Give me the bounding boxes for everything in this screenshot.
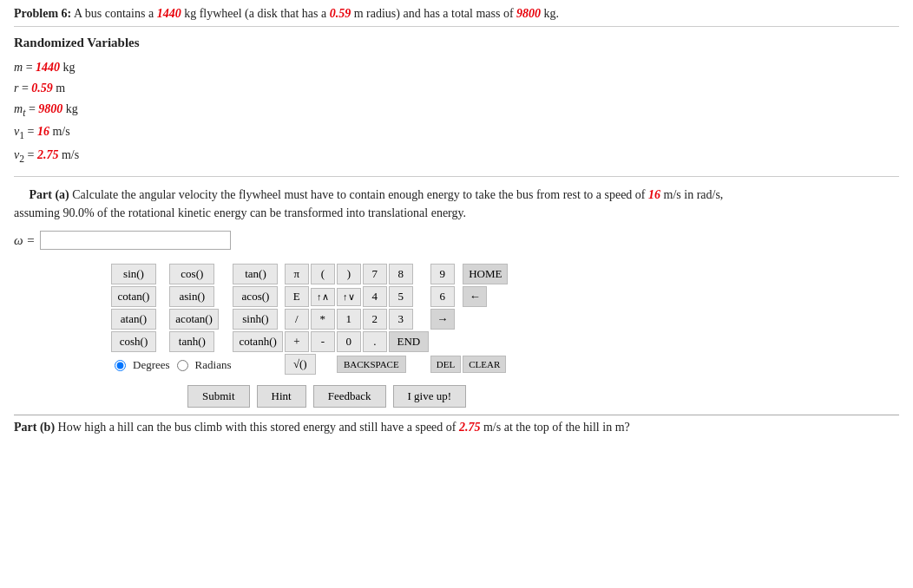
part-a-desc: Calculate the angular velocity the flywh…	[69, 188, 648, 201]
part-b-section: Part (b) How high a hill can the bus cli…	[14, 415, 899, 434]
submit-button[interactable]: Submit	[187, 385, 250, 408]
page: Problem 6: A bus contains a 1440 kg flyw…	[0, 0, 913, 588]
part-a-speed: 16	[648, 188, 660, 201]
btn-0[interactable]: 0	[337, 331, 361, 352]
var-v1: v1 = 16 m/s	[14, 121, 899, 145]
btn-cosh[interactable]: cosh()	[111, 331, 156, 352]
part-a-text3: assuming 90.0% of the rotational kinetic…	[14, 206, 466, 219]
calculator: sin() cos() tan() π ( ) 7 8 9 HOME cotan…	[109, 262, 899, 376]
btn-sqrt[interactable]: √()	[285, 354, 316, 375]
btn-open-paren[interactable]: (	[311, 264, 335, 284]
btn-cos[interactable]: cos()	[169, 264, 214, 284]
btn-atan[interactable]: atan()	[111, 309, 156, 330]
btn-sin[interactable]: sin()	[111, 264, 156, 284]
var-mt: mt = 9800 kg	[14, 99, 899, 122]
btn-dot[interactable]: .	[363, 331, 387, 352]
btn-e[interactable]: E	[285, 286, 309, 307]
btn-cotan[interactable]: cotan()	[111, 286, 156, 307]
btn-plus[interactable]: +	[285, 331, 309, 352]
var-v2-value: 2.75	[37, 148, 59, 161]
btn-2[interactable]: 2	[363, 309, 387, 330]
btn-acos[interactable]: acos()	[233, 286, 278, 307]
r-value: 0.59	[330, 7, 351, 20]
btn-minus[interactable]: -	[311, 331, 335, 352]
btn-asin[interactable]: asin()	[169, 286, 214, 307]
var-m-value: 1440	[36, 61, 60, 74]
radians-label[interactable]: Radians	[195, 358, 232, 372]
part-a-label: Part (a)	[30, 188, 69, 201]
variables-section: Randomized Variables m = 1440 kg r = 0.5…	[14, 36, 899, 177]
degrees-radians-row: Degrees Radians	[113, 358, 231, 372]
btn-home[interactable]: HOME	[463, 264, 508, 284]
btn-upcaret[interactable]: ↑∧	[311, 288, 335, 306]
degrees-radio[interactable]	[115, 360, 126, 371]
btn-6[interactable]: 6	[430, 286, 455, 307]
omega-input[interactable]	[40, 231, 231, 250]
var-mt-value: 9800	[38, 102, 62, 115]
radians-radio[interactable]	[177, 360, 188, 371]
btn-pi[interactable]: π	[285, 264, 309, 284]
mt-value-header: 9800	[516, 7, 541, 20]
problem-text-end: kg.	[541, 7, 559, 20]
var-m: m = 1440 kg	[14, 57, 899, 78]
btn-clear[interactable]: CLEAR	[463, 356, 506, 373]
btn-del[interactable]: DEL	[430, 356, 461, 373]
btn-acotan[interactable]: acotan()	[169, 309, 219, 330]
problem-text-after-r: m radius) and has a total mass of	[351, 7, 516, 20]
part-a-text2: m/s in rad/s,	[660, 188, 723, 201]
problem-text-after-m: kg flywheel (a disk that has a	[181, 7, 330, 20]
omega-label: ω =	[14, 233, 35, 248]
part-b-speed: 2.75	[459, 421, 481, 434]
m-value: 1440	[157, 7, 181, 20]
btn-downcaret[interactable]: ↑∨	[337, 288, 361, 306]
btn-divide[interactable]: /	[285, 309, 309, 330]
part-b-text2: m/s at the top of the hill in m?	[480, 421, 629, 434]
btn-sinh[interactable]: sinh()	[233, 309, 278, 330]
btn-9[interactable]: 9	[430, 264, 455, 284]
btn-4[interactable]: 4	[363, 286, 387, 307]
btn-tan[interactable]: tan()	[233, 264, 278, 284]
var-v1-value: 16	[37, 125, 49, 138]
btn-end[interactable]: END	[389, 331, 429, 352]
give-up-button[interactable]: I give up!	[393, 385, 467, 408]
problem-text-before-m: A bus contains a	[71, 7, 156, 20]
randomized-title: Randomized Variables	[14, 36, 899, 50]
problem-label: Problem 6:	[14, 7, 71, 20]
btn-3[interactable]: 3	[389, 309, 413, 330]
btn-1[interactable]: 1	[337, 309, 361, 330]
hint-button[interactable]: Hint	[257, 385, 306, 408]
btn-left-arrow[interactable]: ←	[463, 286, 487, 307]
part-b-text: How high a hill can the bus climb with t…	[55, 421, 459, 434]
var-r-value: 0.59	[31, 82, 53, 95]
btn-backspace[interactable]: BACKSPACE	[337, 356, 406, 373]
btn-8[interactable]: 8	[389, 264, 413, 284]
degrees-label[interactable]: Degrees	[133, 358, 170, 372]
btn-tanh[interactable]: tanh()	[169, 331, 214, 352]
part-a-section: Part (a) Calculate the angular velocity …	[14, 186, 899, 408]
problem-header: Problem 6: A bus contains a 1440 kg flyw…	[14, 7, 899, 27]
omega-row: ω =	[14, 231, 899, 250]
feedback-button[interactable]: Feedback	[313, 385, 386, 408]
btn-close-paren[interactable]: )	[337, 264, 361, 284]
btn-multiply[interactable]: *	[311, 309, 335, 330]
var-v2: v2 = 2.75 m/s	[14, 145, 899, 168]
btn-cotanh[interactable]: cotanh()	[233, 331, 282, 352]
var-r: r = 0.59 m	[14, 78, 899, 99]
part-a-text: Part (a) Calculate the angular velocity …	[14, 186, 899, 222]
part-b-label: Part (b)	[14, 421, 55, 434]
calc-table: sin() cos() tan() π ( ) 7 8 9 HOME cotan…	[109, 262, 509, 376]
btn-right-arrow[interactable]: →	[430, 309, 455, 330]
btn-7[interactable]: 7	[363, 264, 387, 284]
btn-5[interactable]: 5	[389, 286, 413, 307]
submit-row: Submit Hint Feedback I give up!	[187, 385, 899, 408]
